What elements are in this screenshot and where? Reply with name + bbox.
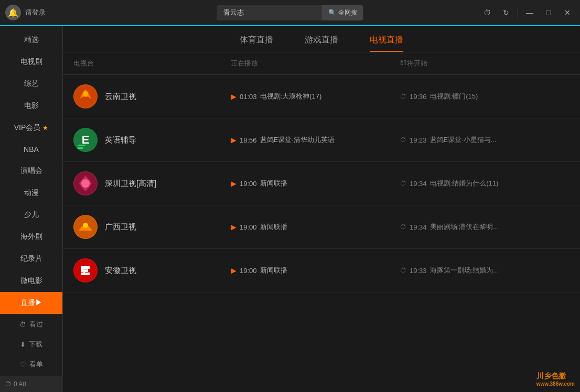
- now-program: 新闻联播: [260, 179, 287, 188]
- sidebar-item-7[interactable]: 动漫: [0, 182, 62, 204]
- channel-row-1[interactable]: E 英语辅导 ▶ 18:56 蓝鸽E课堂·清华幼儿英语 ⏱ 19:23 蓝鸽E课…: [63, 118, 580, 162]
- now-program: 新闻联播: [260, 266, 287, 275]
- svg-point-7: [81, 179, 90, 188]
- sidebar-bottom-item-0[interactable]: ⏱看过: [0, 314, 62, 334]
- search-box: 🔍 全网搜: [217, 5, 363, 20]
- channel-logo: [73, 258, 98, 282]
- close-btn[interactable]: ✕: [560, 5, 575, 20]
- channel-name-cell: 云南卫视: [73, 84, 231, 108]
- channel-logo: [73, 84, 98, 108]
- now-time: 19:00: [240, 180, 257, 188]
- next-program: 美丽剧场:潜伏在黎明...: [430, 222, 499, 232]
- content-area: 体育直播游戏直播电视直播 电视台 正在播放 即将开始 云南卫视 ▶ 01:03 …: [63, 26, 580, 392]
- next-time: 19:34: [410, 180, 427, 188]
- sidebar-item-0[interactable]: 精选: [0, 29, 62, 51]
- next-time: 19:33: [410, 267, 427, 275]
- main-layout: 精选电视剧综艺电影VIP会员 ★NBA演唱会动漫少儿海外剧纪录片微电影直播▶ ⏱…: [0, 26, 580, 392]
- play-icon: ▶: [231, 179, 237, 188]
- sidebar-item-4[interactable]: VIP会员 ★: [0, 117, 62, 139]
- upcoming: ⏱ 19:34 美丽剧场:潜伏在黎明...: [400, 222, 570, 232]
- tab-1[interactable]: 游戏直播: [305, 35, 338, 52]
- next-program: 蓝鸽E课堂·小星猫与...: [430, 135, 497, 145]
- now-playing: ▶ 18:56 蓝鸽E课堂·清华幼儿英语: [231, 135, 400, 145]
- now-program: 新闻联播: [260, 222, 287, 232]
- upcoming: ⏱ 19:33 海豚第一剧场:结婚为...: [400, 266, 570, 275]
- sidebar-bottom-item-1[interactable]: ⬇下载: [0, 334, 62, 354]
- table-header: 电视台 正在播放 即将开始: [63, 52, 580, 75]
- att-text: 0 Att: [14, 380, 26, 388]
- next-program: 电视剧:结婚为什么(11): [430, 179, 499, 188]
- sidebar-item-5[interactable]: NBA: [0, 139, 62, 160]
- bottom-label-1: 下载: [29, 340, 42, 349]
- clock-icon: ⏱: [400, 223, 406, 231]
- channel-name: 安徽卫视: [105, 266, 136, 276]
- channel-name: 云南卫视: [105, 92, 136, 102]
- next-time: 19:36: [410, 93, 427, 101]
- svg-rect-5: [78, 147, 83, 149]
- sidebar-item-9[interactable]: 海外剧: [0, 226, 62, 248]
- channel-row-3[interactable]: 广西卫视 ▶ 19:00 新闻联播 ⏱ 19:34 美丽剧场:潜伏在黎明...: [63, 205, 580, 249]
- sidebar-item-1[interactable]: 电视剧: [0, 51, 62, 73]
- login-text[interactable]: 请登录: [25, 8, 46, 17]
- col-header-channel: 电视台: [73, 59, 231, 68]
- tab-0[interactable]: 体育直播: [240, 35, 273, 52]
- maximize-btn[interactable]: □: [541, 5, 556, 20]
- sidebar: 精选电视剧综艺电影VIP会员 ★NBA演唱会动漫少儿海外剧纪录片微电影直播▶ ⏱…: [0, 26, 63, 392]
- divider: [518, 7, 518, 18]
- refresh-btn[interactable]: ↻: [499, 5, 513, 20]
- clock-icon: ⏱: [400, 180, 406, 187]
- sidebar-nav: 精选电视剧综艺电影VIP会员 ★NBA演唱会动漫少儿海外剧纪录片微电影直播▶: [0, 29, 62, 314]
- col-header-now: 正在播放: [231, 59, 400, 68]
- play-icon: ▶: [231, 136, 237, 144]
- sidebar-item-12[interactable]: 直播▶: [0, 292, 62, 314]
- logo-area: 🔔 请登录: [5, 5, 46, 20]
- channel-name-cell: E 英语辅导: [73, 128, 231, 152]
- minimize-btn[interactable]: —: [522, 5, 537, 20]
- notification-icon[interactable]: 🔔: [5, 5, 21, 20]
- now-playing: ▶ 19:00 新闻联播: [231, 266, 400, 275]
- channel-list: 云南卫视 ▶ 01:03 电视剧:大漠枪神(17) ⏱ 19:36 电视剧:镖门…: [63, 75, 580, 292]
- now-time: 19:00: [240, 267, 257, 275]
- next-program: 电视剧:镖门(15): [430, 92, 478, 101]
- sidebar-item-11[interactable]: 微电影: [0, 270, 62, 292]
- search-button[interactable]: 🔍 全网搜: [322, 5, 363, 20]
- play-icon: ▶: [231, 92, 237, 101]
- bottom-icon-0: ⏱: [19, 321, 26, 329]
- channel-row-0[interactable]: 云南卫视 ▶ 01:03 电视剧:大漠枪神(17) ⏱ 19:36 电视剧:镖门…: [63, 75, 580, 118]
- sidebar-item-3[interactable]: 电影: [0, 95, 62, 117]
- play-icon: ▶: [231, 266, 237, 275]
- bottom-icon-2: ♡: [20, 361, 26, 368]
- sidebar-item-8[interactable]: 少儿: [0, 204, 62, 226]
- channel-name: 英语辅导: [105, 135, 136, 145]
- col-header-next: 即将开始: [400, 59, 570, 68]
- vip-star: ★: [42, 124, 48, 132]
- sidebar-item-10[interactable]: 纪录片: [0, 248, 62, 270]
- history-btn[interactable]: ⏱: [480, 5, 495, 20]
- now-playing: ▶ 01:03 电视剧:大漠枪神(17): [231, 92, 400, 101]
- channel-row-4[interactable]: 安徽卫视 ▶ 19:00 新闻联播 ⏱ 19:33 海豚第一剧场:结婚为...: [63, 249, 580, 292]
- sidebar-item-6[interactable]: 演唱会: [0, 160, 62, 182]
- svg-point-1: [83, 91, 88, 96]
- tab-2[interactable]: 电视直播: [370, 35, 403, 52]
- channel-name-cell: 广西卫视: [73, 215, 231, 239]
- clock-icon: ⏱: [400, 93, 406, 100]
- title-bar: 🔔 请登录 🔍 全网搜 ⏱ ↻ — □ ✕: [0, 0, 580, 26]
- channel-row-2[interactable]: 深圳卫视[高清] ▶ 19:00 新闻联播 ⏱ 19:34 电视剧:结婚为什么(…: [63, 162, 580, 205]
- channel-logo: [73, 171, 98, 195]
- play-icon: ▶: [231, 223, 237, 231]
- clock-icon: ⏱: [400, 136, 406, 144]
- now-playing: ▶ 19:00 新闻联播: [231, 179, 400, 188]
- now-time: 01:03: [240, 93, 257, 101]
- bottom-icon-1: ⬇: [20, 341, 26, 349]
- sidebar-item-2[interactable]: 综艺: [0, 73, 62, 95]
- svg-text:E: E: [82, 133, 90, 146]
- now-time: 18:56: [240, 136, 257, 144]
- channel-logo: E: [73, 128, 98, 152]
- tab-bar: 体育直播游戏直播电视直播: [63, 26, 580, 52]
- clock-icon: ⏱: [400, 267, 406, 274]
- search-input[interactable]: [217, 6, 322, 20]
- upcoming: ⏱ 19:34 电视剧:结婚为什么(11): [400, 179, 570, 188]
- channel-name: 广西卫视: [105, 222, 136, 232]
- att-badge: ⏱ 0 Att: [0, 376, 63, 392]
- sidebar-bottom-item-2[interactable]: ♡看单: [0, 354, 62, 374]
